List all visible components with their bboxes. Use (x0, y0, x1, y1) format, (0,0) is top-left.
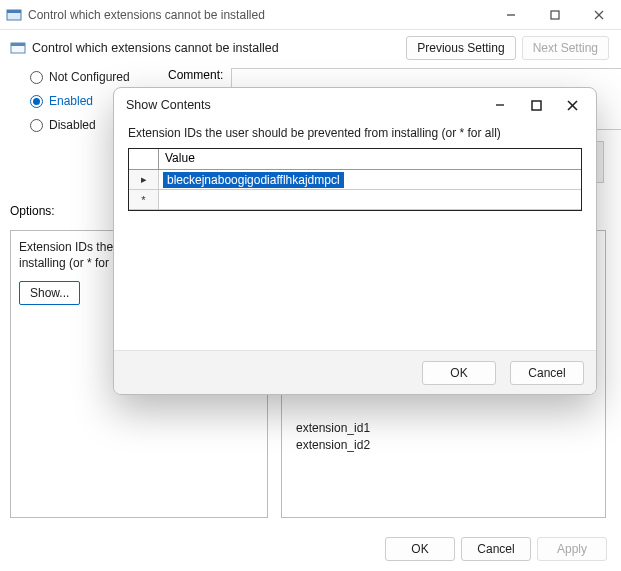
values-grid[interactable]: Value ▸ bleckejnaboogigodiafflhkajdmpcl … (128, 148, 582, 211)
grid-cell-selected-text[interactable]: bleckejnaboogigodiafflhkajdmpcl (163, 172, 344, 188)
app-icon (6, 7, 22, 23)
window-title: Control which extensions cannot be insta… (28, 8, 265, 22)
next-setting-button: Next Setting (522, 36, 609, 60)
radio-icon (30, 95, 43, 108)
previous-setting-button[interactable]: Previous Setting (406, 36, 515, 60)
grid-corner (129, 149, 159, 169)
close-button[interactable] (577, 0, 621, 30)
dialog-title: Show Contents (126, 98, 211, 112)
ok-button[interactable]: OK (385, 537, 455, 561)
options-label: Options: (10, 204, 55, 218)
show-contents-dialog: Show Contents Extension IDs the user sho… (113, 87, 597, 395)
maximize-button[interactable] (533, 0, 577, 30)
row-marker-new-icon: * (129, 190, 159, 209)
radio-label: Enabled (49, 94, 93, 108)
svg-rect-3 (551, 11, 559, 19)
dialog-ok-button[interactable]: OK (422, 361, 496, 385)
show-button[interactable]: Show... (19, 281, 80, 305)
dialog-maximize-button[interactable] (518, 90, 554, 120)
row-marker-current-icon: ▸ (129, 170, 159, 189)
minimize-button[interactable] (489, 0, 533, 30)
dialog-subtitle: Extension IDs the user should be prevent… (114, 122, 596, 148)
radio-label: Disabled (49, 118, 96, 132)
radio-label: Not Configured (49, 70, 130, 84)
grid-cell-value[interactable]: bleckejnaboogigodiafflhkajdmpcl (159, 170, 581, 189)
example-id-1: extension_id1 (296, 420, 597, 437)
example-id-2: extension_id2 (296, 437, 597, 454)
grid-row-new[interactable]: * (129, 190, 581, 210)
apply-button: Apply (537, 537, 607, 561)
svg-rect-1 (7, 10, 21, 13)
radio-icon (30, 119, 43, 132)
grid-row-1[interactable]: ▸ bleckejnaboogigodiafflhkajdmpcl (129, 170, 581, 190)
comment-label: Comment: (168, 68, 223, 82)
svg-rect-9 (532, 101, 541, 110)
page-title: Control which extensions cannot be insta… (32, 41, 279, 55)
cancel-button[interactable]: Cancel (461, 537, 531, 561)
dialog-minimize-button[interactable] (482, 90, 518, 120)
svg-rect-7 (11, 43, 25, 46)
radio-icon (30, 71, 43, 84)
dialog-cancel-button[interactable]: Cancel (510, 361, 584, 385)
grid-cell-empty[interactable] (159, 190, 581, 209)
dialog-close-button[interactable] (554, 90, 590, 120)
policy-icon (10, 40, 26, 56)
grid-header-value: Value (159, 149, 581, 169)
